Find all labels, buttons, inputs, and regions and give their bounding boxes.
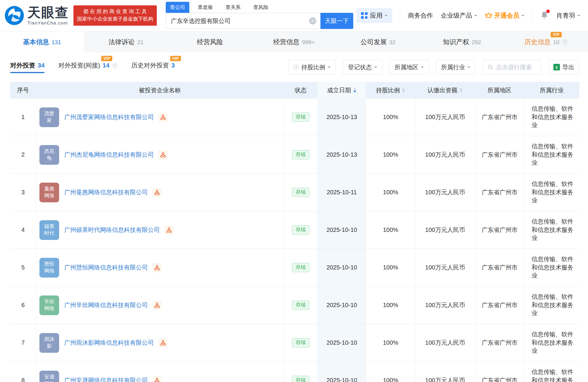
status-badge: 存续 xyxy=(292,376,309,382)
tab-5[interactable]: 知识产权292 xyxy=(420,31,504,53)
ratio-cell: 100% xyxy=(366,362,415,382)
tab-1[interactable]: 法律诉讼21 xyxy=(84,31,168,53)
search-tab-1[interactable]: 查老板 xyxy=(194,2,217,13)
search-button[interactable]: 天眼一下 xyxy=(320,13,353,29)
industry-cell: 信息传输、软件和信息技术服务业 xyxy=(524,174,579,211)
header-industry: 所属行业 xyxy=(524,82,579,98)
industry-cell: 信息传输、软件和信息技术服务业 xyxy=(524,324,579,361)
region-cell: 广东省广州市 xyxy=(475,286,524,324)
header-holding-ratio[interactable]: 持股比例 xyxy=(366,82,415,98)
company-link[interactable]: 广州硕果时代网络信息科技有限公司 xyxy=(64,226,160,234)
tab-label: 经营风险 xyxy=(197,38,223,47)
capital-cell: 100万元人民币 xyxy=(415,362,475,382)
investment-subtabs: 对外投资34对外投资(间接)VIP14?历史对外投资VIP3 xyxy=(10,61,175,73)
vip-badge: VIP xyxy=(551,32,561,37)
status-badge: 存续 xyxy=(292,150,309,159)
capital-cell: 100万元人民币 xyxy=(415,249,475,286)
company-avatar: 杰尼龟 xyxy=(39,145,59,165)
status-badge: 存续 xyxy=(292,225,309,234)
industry-cell: 信息传输、软件和信息技术服务业 xyxy=(524,286,579,324)
header-company-name: 被投资企业名称 xyxy=(36,82,284,98)
search-input[interactable] xyxy=(166,13,320,29)
company-link[interactable]: 广州杰尼龟网络信息科技有限公司 xyxy=(64,151,154,159)
excel-icon: x xyxy=(553,64,560,70)
row-seq: 1 xyxy=(10,98,36,136)
tab-count: 131 xyxy=(52,38,61,46)
company-link[interactable]: 广州雨沐影网络信息科技有限公司 xyxy=(64,339,154,347)
equity-structure-icon[interactable] xyxy=(159,339,167,347)
header-subscribed-capital[interactable]: 认缴出资额 xyxy=(415,82,475,98)
tab-6[interactable]: 历史信息VIP10? xyxy=(504,31,588,53)
subtab-0[interactable]: 对外投资34 xyxy=(10,61,44,73)
nav-enterprise-products[interactable]: 企业级产品 xyxy=(441,11,477,20)
apps-menu-button[interactable]: 应用 xyxy=(356,8,392,23)
main-tabbar: 基本信息131法律诉讼21经营风险经营信息999+公司发展32知识产权292历史… xyxy=(0,31,588,53)
header-established-date[interactable]: 成立日期 xyxy=(317,82,366,98)
row-seq: 3 xyxy=(10,174,36,211)
investments-table: 序号 被投资企业名称 状态 成立日期 持股比例 认缴出资额 所属地区 所属行业 … xyxy=(10,82,579,382)
equity-structure-icon[interactable] xyxy=(165,226,173,234)
tab-label: 法律诉讼 xyxy=(108,38,135,47)
export-button[interactable]: x 导出 xyxy=(548,60,579,75)
status-cell: 存续 xyxy=(284,98,317,136)
tab-2[interactable]: 经营风险 xyxy=(168,31,252,53)
ratio-cell: 100% xyxy=(366,211,415,249)
equity-structure-icon[interactable] xyxy=(159,113,167,121)
company-link[interactable]: 广州慧恒网络信息科技有限公司 xyxy=(64,264,148,272)
search-tab-2[interactable]: 查关系 xyxy=(221,2,245,13)
filter-industry[interactable]: 所属行业 xyxy=(436,60,475,75)
region-cell: 广东省广州市 xyxy=(475,174,524,211)
equity-structure-icon[interactable] xyxy=(153,264,161,272)
status-cell: 存续 xyxy=(284,286,317,324)
clear-icon[interactable]: × xyxy=(309,17,316,24)
date-cell: 2025-10-13 xyxy=(317,136,366,173)
filter-region[interactable]: 所属地区 xyxy=(389,60,429,75)
tab-label: 经营信息 xyxy=(273,38,300,47)
user-menu[interactable]: 肖青羽 xyxy=(556,11,580,20)
open-membership-button[interactable]: 开通会员 xyxy=(485,11,524,20)
company-link[interactable]: 广州曼惠网络信息科技有限公司 xyxy=(64,188,148,196)
company-avatar: 曼惠网络 xyxy=(39,183,59,202)
brand-logo[interactable]: 天眼查 TianYanCha.com xyxy=(4,5,69,26)
status-badge: 存续 xyxy=(292,338,309,347)
date-cell: 2025-10-10 xyxy=(317,362,366,382)
tab-0[interactable]: 基本信息131 xyxy=(0,31,84,53)
subtab-count: 34 xyxy=(38,62,44,69)
filter-registration-status[interactable]: 登记状态 xyxy=(343,60,382,75)
tab-label: 知识产权 xyxy=(443,38,469,47)
search-icon xyxy=(488,64,493,70)
table-row: 8安晟网络广州安晟网络信息科技有限公司存续2025-10-10100%100万元… xyxy=(10,362,579,382)
ratio-cell: 100% xyxy=(366,174,415,211)
notifications-bell-icon[interactable] xyxy=(540,11,549,21)
equity-structure-icon[interactable] xyxy=(153,301,161,309)
search-tab-0[interactable]: 查公司 xyxy=(166,2,189,13)
nav-cooperation[interactable]: 商务合作 xyxy=(408,11,433,20)
company-link[interactable]: 广州安晟网络信息科技有限公司 xyxy=(64,376,148,382)
ratio-cell: 100% xyxy=(366,324,415,361)
company-link[interactable]: 广州茂婴家网络信息科技有限公司 xyxy=(64,113,154,121)
search-tab-3[interactable]: 查风险 xyxy=(249,2,273,13)
row-seq: 5 xyxy=(10,249,36,286)
date-cell: 2025-10-10 xyxy=(317,211,366,249)
tab-3[interactable]: 经营信息999+ xyxy=(252,31,336,53)
table-row: 6辛欣网络广州辛欣网络信息科技有限公司存续2025-10-10100%100万元… xyxy=(10,286,579,324)
subtab-2[interactable]: 历史对外投资VIP3 xyxy=(131,61,175,73)
equity-structure-icon[interactable] xyxy=(153,188,161,197)
filter-holding-ratio[interactable]: ? 持股比例 xyxy=(288,60,336,75)
status-badge: 存续 xyxy=(292,113,309,121)
subtab-1[interactable]: 对外投资(间接)VIP14? xyxy=(58,61,117,73)
industry-cell: 信息传输、软件和信息技术服务业 xyxy=(524,136,579,173)
chevron-down-icon xyxy=(521,15,524,18)
chevron-down-icon xyxy=(385,15,388,18)
capital-cell: 100万元人民币 xyxy=(415,324,475,361)
apps-label: 应用 xyxy=(370,11,383,20)
company-link[interactable]: 广州辛欣网络信息科技有限公司 xyxy=(64,301,148,309)
equity-structure-icon[interactable] xyxy=(159,151,167,159)
table-search-box[interactable]: 点击进行搜索 xyxy=(483,60,541,75)
company-avatar: 茂婴家 xyxy=(39,107,59,127)
tab-4[interactable]: 公司发展32 xyxy=(336,31,420,53)
promo-line-1: 都 在 用 的 商 业 查 询 工 具 xyxy=(77,8,153,16)
equity-structure-icon[interactable] xyxy=(153,376,161,382)
row-seq: 2 xyxy=(10,136,36,173)
ratio-cell: 100% xyxy=(366,249,415,286)
